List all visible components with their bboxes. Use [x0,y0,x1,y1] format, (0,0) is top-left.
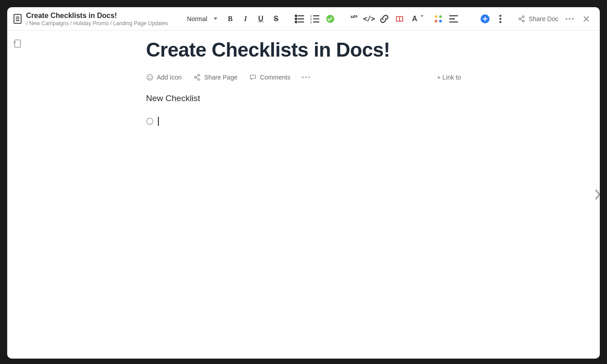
close-button[interactable] [579,12,594,26]
plus-circle-icon [481,14,490,23]
sidebar-toggle[interactable] [13,38,22,49]
blockquote-button[interactable]: “” [349,14,359,24]
checklist-button[interactable] [325,14,335,24]
page-actions: Add Icon Share Page Comments [146,74,461,81]
share-doc-button[interactable]: Share Doc [514,13,562,25]
link-button[interactable] [379,14,389,24]
italic-button[interactable]: I [241,14,251,24]
text-style-dropdown[interactable]: Normal [184,13,220,24]
svg-line-22 [520,19,522,20]
svg-line-34 [196,78,198,79]
comments-button[interactable]: Comments [249,74,291,81]
page-add-icon [13,38,22,49]
doc-title[interactable]: Create Checklists in Docs! [26,11,168,20]
chevron-down-icon [214,18,217,20]
chevron-right-icon [594,188,600,201]
text-cursor [158,117,159,126]
svg-point-17 [499,21,501,22]
share-icon [193,74,201,81]
share-doc-label: Share Doc [529,15,558,22]
share-page-label: Share Page [204,74,238,81]
doc-content: Create Checklists in Docs! Add Icon Shar… [146,31,461,126]
doc-modal: Create Checklists in Docs! / New Campaig… [7,7,600,359]
bullet-list-button[interactable] [295,14,305,24]
check-circle-icon [326,15,334,23]
toolbar: Normal B I U S 1 2 3 [184,13,505,24]
doc-body: Create Checklists in Docs! Add Icon Shar… [7,31,600,359]
doc-header: Create Checklists in Docs! / New Campaig… [7,7,600,31]
expand-right-button[interactable] [594,186,600,204]
add-icon-button[interactable]: Add Icon [146,74,182,81]
header-more-button[interactable] [562,18,577,20]
numbered-list-button[interactable]: 1 2 3 [310,14,320,24]
insert-button[interactable] [480,14,490,24]
share-page-button[interactable]: Share Page [193,74,238,81]
svg-point-16 [499,18,501,19]
toolbar-more-button[interactable] [495,14,505,24]
banner-icon [396,16,403,22]
title-block: Create Checklists in Docs! / New Campaig… [26,11,168,27]
svg-line-21 [520,17,522,18]
section-heading[interactable]: New Checklist [146,93,461,103]
svg-point-4 [295,21,297,22]
strikethrough-button[interactable]: S [271,14,281,24]
highlight-color-button[interactable] [433,14,443,24]
page-actions-more[interactable] [302,76,310,78]
close-icon [582,15,590,23]
svg-point-0 [295,15,297,16]
banner-button[interactable] [395,14,405,24]
breadcrumb[interactable]: / New Campaigns / Holiday Promo / Landin… [26,20,168,27]
underline-button[interactable]: U [256,14,266,24]
svg-point-27 [147,75,153,80]
share-icon [518,15,525,22]
checklist-checkbox[interactable] [146,118,153,125]
smiley-icon [146,74,153,81]
link-to-button[interactable]: + Link to [437,74,461,81]
comment-icon [249,74,256,81]
add-icon-label: Add Icon [157,74,182,81]
svg-text:3: 3 [310,20,312,23]
bold-button[interactable]: B [225,14,235,24]
text-style-label: Normal [187,15,207,22]
svg-line-33 [196,75,198,77]
svg-point-2 [295,18,297,19]
svg-point-28 [148,76,149,77]
svg-point-15 [499,14,501,16]
align-button[interactable] [449,14,459,24]
code-block-button[interactable]: </> [364,14,374,24]
svg-point-29 [151,76,151,77]
font-color-button[interactable]: A [410,14,420,24]
page-title[interactable]: Create Checklists in Docs! [146,39,461,61]
color-dots-icon [434,15,442,23]
checklist-item[interactable] [146,117,461,126]
document-icon [13,14,22,24]
comments-label: Comments [260,74,291,81]
